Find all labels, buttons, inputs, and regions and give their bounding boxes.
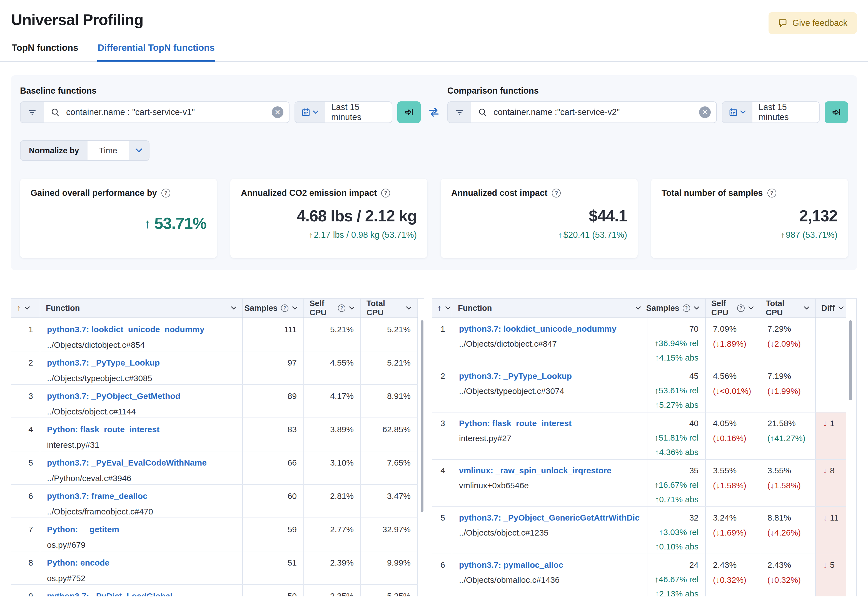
function-link[interactable]: Python: flask_route_interest [459,419,640,428]
page-header: Universal Profiling Give feedback [0,0,868,29]
function-link[interactable]: python3.7: _PyType_Lookup [459,371,640,381]
self-cpu-delta: (↓0.32%) [713,575,760,585]
help-icon[interactable]: ? [161,189,170,197]
table-row: 1 python3.7: lookdict_unicode_nodummy ..… [11,318,418,352]
header-rank-sort[interactable]: ↑ [11,298,40,318]
total-cpu-value: 2.43% [767,560,815,570]
function-link[interactable]: python3.7: pymalloc_alloc [459,560,640,570]
function-link[interactable]: python3.7: _PyDict_LoadGlobal [47,591,236,596]
baseline-clear-icon[interactable]: ✕ [272,106,283,118]
table-row: 5 python3.7: _PyObject_GenericGetAttrWit… [432,507,846,554]
self-cpu-delta: (↓<0.01%) [713,386,760,396]
estimated-help-icon[interactable]: ? [338,305,345,312]
search-icon [51,108,60,117]
swap-sides-button[interactable] [421,102,447,123]
column-label: Total CPU [367,299,402,317]
table-row: 3 Python: flask_route_interest interest.… [432,412,846,460]
header-samples[interactable]: Samples ? [647,298,706,318]
normalize-chevron-button[interactable] [129,141,149,160]
function-source-file: ../Objects/frameobject.c#470 [47,507,236,517]
function-link[interactable]: python3.7: _PyObject_GetMethod [47,391,236,401]
function-source-file: interest.py#27 [459,433,640,443]
card-title: Total number of samples [662,188,763,198]
comparison-filter-group: Comparison functions [447,86,848,123]
row-rank: 6 [11,485,40,518]
header-function[interactable]: Function [452,298,647,318]
comparison-filter-button[interactable] [448,102,471,123]
header-total-cpu[interactable]: Total CPU [361,298,418,318]
function-link[interactable]: Python: encode [47,558,236,568]
speech-bubble-icon [778,19,788,27]
function-link[interactable]: python3.7: lookdict_unicode_nodummy [459,324,640,333]
baseline-calendar-button[interactable] [295,102,325,123]
comparison-calendar-button[interactable] [723,102,753,123]
total-cpu-delta: (↓2.09%) [767,339,815,348]
comparison-label: Comparison functions [447,86,848,96]
function-source-file: ../Python/ceval.c#3946 [47,474,236,483]
rank-diff-cell [816,318,846,365]
header-self-cpu[interactable]: Self CPU ? [304,298,361,318]
baseline-search-input[interactable]: container.name : "cart-service-v1" ✕ [44,102,289,123]
chevron-down-icon [694,306,700,310]
card-delta: 2.17 lbs / 0.98 kg (53.71%) [314,230,417,240]
comparison-clear-icon[interactable]: ✕ [699,106,711,118]
give-feedback-button[interactable]: Give feedback [768,12,857,34]
help-icon[interactable]: ? [767,189,776,197]
summary-cards: Gained overall performance by ? ↑ 53.71%… [20,179,848,258]
comparison-update-button[interactable] [825,102,848,123]
baseline-update-button[interactable] [397,102,421,123]
table-row: 6 python3.7: frame_dealloc ../Objects/fr… [11,485,418,518]
column-label: Diff [821,304,835,313]
header-function[interactable]: Function [40,298,243,318]
estimated-help-icon[interactable]: ? [737,305,745,312]
chevron-down-icon [313,110,319,114]
chevron-down-icon [748,306,754,310]
chevron-down-icon [635,306,641,310]
normalize-by-select[interactable]: Time [88,141,129,160]
function-link[interactable]: Python: flask_route_interest [47,425,236,434]
comparison-table-scrollbar[interactable] [849,320,852,400]
help-icon[interactable]: ? [552,189,561,197]
calendar-icon [729,108,738,117]
estimated-help-icon[interactable]: ? [683,305,690,312]
function-link[interactable]: vmlinux: _raw_spin_unlock_irqrestore [459,466,640,475]
self-cpu-delta: (↓1.89%) [713,339,760,348]
self-cpu-value: 4.55% [304,352,361,384]
baseline-filter-button[interactable] [21,102,44,123]
estimated-help-icon[interactable]: ? [281,305,288,312]
function-source-file: ../Objects/object.c#1235 [459,528,640,538]
refresh-arrow-icon [404,107,414,118]
column-label: Function [458,304,492,313]
samples-value: 40 [647,419,698,428]
baseline-time-range[interactable]: Last 15 minutes [325,102,392,123]
function-source-file: interest.py#31 [47,440,236,450]
header-samples[interactable]: Samples ? [243,298,304,318]
card-value: $44.1 [589,207,627,225]
help-icon[interactable]: ? [381,189,390,197]
sort-ascending-icon: ↑ [437,303,441,313]
comparison-time-range[interactable]: Last 15 minutes [753,102,819,123]
tab-differential-topn-functions[interactable]: Differential TopN functions [97,41,215,61]
function-link[interactable]: Python: __getitem__ [47,525,236,534]
header-self-cpu[interactable]: Self CPU ? [706,298,760,318]
header-diff[interactable]: Diff [816,298,846,318]
comparison-search-input[interactable]: container.name :"cart-service-v2" ✕ [471,102,716,123]
table-row: 4 vmlinux: _raw_spin_unlock_irqrestore v… [432,460,846,507]
function-link[interactable]: python3.7: _PyObject_GenericGetAttrWithD… [459,513,640,523]
page-title: Universal Profiling [11,11,857,29]
function-link[interactable]: python3.7: _PyType_Lookup [47,358,236,368]
header-total-cpu[interactable]: Total CPU [760,298,816,318]
function-link[interactable]: python3.7: frame_dealloc [47,491,236,501]
column-label: Total CPU [766,299,800,317]
row-rank: 9 [11,585,40,596]
samples-relative-change: ↑16.67% rel [647,480,698,490]
function-link[interactable]: python3.7: _PyEval_EvalCodeWithName [47,458,236,468]
samples-relative-change: ↑53.61% rel [647,386,698,395]
baseline-label: Baseline functions [20,86,421,96]
header-rank-sort[interactable]: ↑ [432,298,452,318]
tab-topn-functions[interactable]: TopN functions [11,41,79,61]
rank-diff-cell [816,365,846,412]
baseline-table-scrollbar[interactable] [421,320,423,512]
tables-section: ↑ Function Samples ? Self CPU ? [0,298,868,596]
function-link[interactable]: python3.7: lookdict_unicode_nodummy [47,325,236,334]
